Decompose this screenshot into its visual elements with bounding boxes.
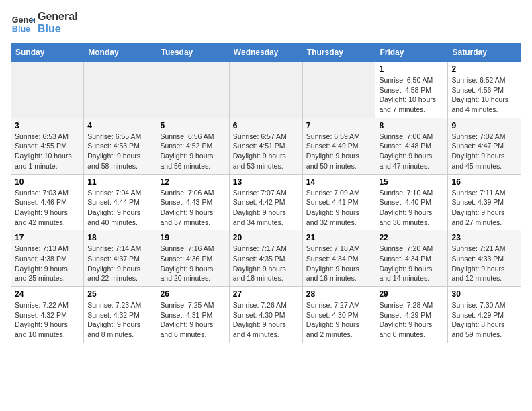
day-info: Sunrise: 7:02 AM Sunset: 4:47 PM Dayligh… [451,132,517,171]
day-info: Sunrise: 7:16 AM Sunset: 4:36 PM Dayligh… [161,244,226,283]
day-info: Sunrise: 7:30 AM Sunset: 4:29 PM Dayligh… [451,300,517,340]
logo: General Blue General Blue [11,11,78,35]
weekday-header-wednesday: Wednesday [229,44,302,62]
weekday-header-sunday: Sunday [11,44,84,62]
week-row-3: 17Sunrise: 7:13 AM Sunset: 4:38 PM Dayli… [11,230,521,287]
calendar-cell: 28Sunrise: 7:27 AM Sunset: 4:30 PM Dayli… [302,287,375,343]
day-number: 6 [233,121,299,130]
logo-text-blue: Blue [38,23,78,35]
day-number: 29 [379,289,444,299]
logo-text-general: General [38,11,78,23]
logo-icon: General Blue [11,11,35,35]
weekday-header-saturday: Saturday [448,44,521,62]
day-info: Sunrise: 6:56 AM Sunset: 4:52 PM Dayligh… [161,132,226,171]
day-number: 14 [306,177,372,187]
day-number: 16 [451,177,517,187]
calendar-cell [229,62,302,118]
day-info: Sunrise: 7:23 AM Sunset: 4:32 PM Dayligh… [87,300,152,340]
calendar-cell: 21Sunrise: 7:18 AM Sunset: 4:34 PM Dayli… [302,230,375,287]
calendar-cell: 19Sunrise: 7:16 AM Sunset: 4:36 PM Dayli… [157,230,229,287]
day-info: Sunrise: 7:17 AM Sunset: 4:35 PM Dayligh… [233,244,299,283]
day-number: 22 [379,233,444,242]
day-number: 5 [161,121,226,130]
day-number: 17 [15,233,80,242]
day-info: Sunrise: 7:00 AM Sunset: 4:48 PM Dayligh… [379,132,444,171]
calendar-cell: 1Sunrise: 6:50 AM Sunset: 4:58 PM Daylig… [375,62,448,118]
calendar-cell: 25Sunrise: 7:23 AM Sunset: 4:32 PM Dayli… [84,287,157,343]
day-info: Sunrise: 7:28 AM Sunset: 4:29 PM Dayligh… [379,300,444,340]
calendar-cell: 11Sunrise: 7:04 AM Sunset: 4:44 PM Dayli… [84,174,157,230]
calendar-cell: 30Sunrise: 7:30 AM Sunset: 4:29 PM Dayli… [448,287,521,343]
svg-text:Blue: Blue [12,24,30,34]
week-row-4: 24Sunrise: 7:22 AM Sunset: 4:32 PM Dayli… [11,287,521,343]
calendar-cell: 3Sunrise: 6:53 AM Sunset: 4:55 PM Daylig… [11,118,84,174]
day-number: 9 [451,121,517,130]
day-info: Sunrise: 6:50 AM Sunset: 4:58 PM Dayligh… [379,75,444,115]
day-number: 21 [306,233,372,242]
calendar-cell: 5Sunrise: 6:56 AM Sunset: 4:52 PM Daylig… [157,118,229,174]
day-info: Sunrise: 7:13 AM Sunset: 4:38 PM Dayligh… [15,244,80,283]
calendar-cell: 10Sunrise: 7:03 AM Sunset: 4:46 PM Dayli… [11,174,84,230]
weekday-header-monday: Monday [84,44,157,62]
calendar-cell: 29Sunrise: 7:28 AM Sunset: 4:29 PM Dayli… [375,287,448,343]
day-info: Sunrise: 7:14 AM Sunset: 4:37 PM Dayligh… [87,244,152,283]
calendar-cell: 15Sunrise: 7:10 AM Sunset: 4:40 PM Dayli… [375,174,448,230]
calendar-cell: 18Sunrise: 7:14 AM Sunset: 4:37 PM Dayli… [84,230,157,287]
calendar-cell: 4Sunrise: 6:55 AM Sunset: 4:53 PM Daylig… [84,118,157,174]
day-number: 25 [87,289,152,299]
day-number: 2 [451,64,517,74]
calendar-cell: 14Sunrise: 7:09 AM Sunset: 4:41 PM Dayli… [302,174,375,230]
calendar-cell [84,62,157,118]
calendar-cell: 27Sunrise: 7:26 AM Sunset: 4:30 PM Dayli… [229,287,302,343]
day-number: 4 [87,121,152,130]
day-info: Sunrise: 7:09 AM Sunset: 4:41 PM Dayligh… [306,188,372,228]
day-number: 19 [161,233,226,242]
calendar-cell: 22Sunrise: 7:20 AM Sunset: 4:34 PM Dayli… [375,230,448,287]
calendar-cell: 2Sunrise: 6:52 AM Sunset: 4:56 PM Daylig… [448,62,521,118]
weekday-header-friday: Friday [375,44,448,62]
day-info: Sunrise: 7:03 AM Sunset: 4:46 PM Dayligh… [15,188,80,228]
day-number: 10 [15,177,80,187]
calendar-cell: 9Sunrise: 7:02 AM Sunset: 4:47 PM Daylig… [448,118,521,174]
week-row-2: 10Sunrise: 7:03 AM Sunset: 4:46 PM Dayli… [11,174,521,230]
day-number: 27 [233,289,299,299]
day-number: 11 [87,177,152,187]
day-info: Sunrise: 7:26 AM Sunset: 4:30 PM Dayligh… [233,300,299,340]
day-number: 13 [233,177,299,187]
day-number: 15 [379,177,444,187]
day-info: Sunrise: 7:10 AM Sunset: 4:40 PM Dayligh… [379,188,444,228]
week-row-1: 3Sunrise: 6:53 AM Sunset: 4:55 PM Daylig… [11,118,521,174]
day-number: 20 [233,233,299,242]
calendar-cell [11,62,84,118]
day-info: Sunrise: 6:55 AM Sunset: 4:53 PM Dayligh… [87,132,152,171]
calendar-cell: 16Sunrise: 7:11 AM Sunset: 4:39 PM Dayli… [448,174,521,230]
day-number: 8 [379,121,444,130]
calendar-cell [302,62,375,118]
day-number: 24 [15,289,80,299]
day-number: 18 [87,233,152,242]
day-info: Sunrise: 7:27 AM Sunset: 4:30 PM Dayligh… [306,300,372,340]
day-info: Sunrise: 6:59 AM Sunset: 4:49 PM Dayligh… [306,132,372,171]
day-info: Sunrise: 7:07 AM Sunset: 4:42 PM Dayligh… [233,188,299,228]
day-info: Sunrise: 7:25 AM Sunset: 4:31 PM Dayligh… [161,300,226,340]
day-number: 30 [451,289,517,299]
week-row-0: 1Sunrise: 6:50 AM Sunset: 4:58 PM Daylig… [11,62,521,118]
day-info: Sunrise: 6:57 AM Sunset: 4:51 PM Dayligh… [233,132,299,171]
day-info: Sunrise: 7:11 AM Sunset: 4:39 PM Dayligh… [451,188,517,228]
calendar-cell: 20Sunrise: 7:17 AM Sunset: 4:35 PM Dayli… [229,230,302,287]
day-info: Sunrise: 7:21 AM Sunset: 4:33 PM Dayligh… [451,244,517,283]
calendar-cell: 24Sunrise: 7:22 AM Sunset: 4:32 PM Dayli… [11,287,84,343]
day-info: Sunrise: 7:06 AM Sunset: 4:43 PM Dayligh… [161,188,226,228]
day-number: 28 [306,289,372,299]
day-number: 7 [306,121,372,130]
day-info: Sunrise: 7:20 AM Sunset: 4:34 PM Dayligh… [379,244,444,283]
day-info: Sunrise: 7:22 AM Sunset: 4:32 PM Dayligh… [15,300,80,340]
calendar-header-row: SundayMondayTuesdayWednesdayThursdayFrid… [11,44,521,62]
day-info: Sunrise: 7:04 AM Sunset: 4:44 PM Dayligh… [87,188,152,228]
calendar: SundayMondayTuesdayWednesdayThursdayFrid… [11,43,521,343]
calendar-cell: 17Sunrise: 7:13 AM Sunset: 4:38 PM Dayli… [11,230,84,287]
header: General Blue General Blue [11,11,521,35]
weekday-header-tuesday: Tuesday [157,44,229,62]
calendar-cell: 8Sunrise: 7:00 AM Sunset: 4:48 PM Daylig… [375,118,448,174]
day-number: 3 [15,121,80,130]
